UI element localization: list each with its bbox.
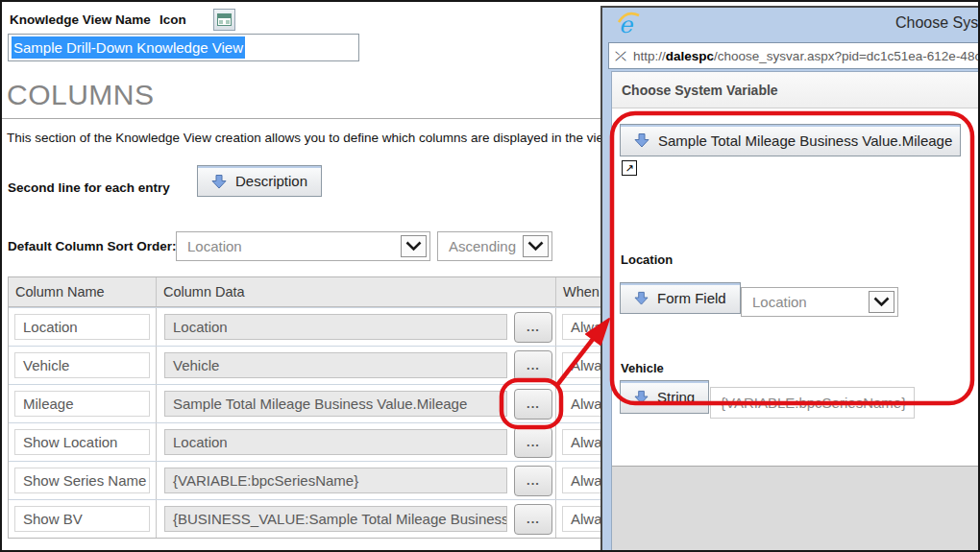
sort-column-select[interactable]: Location — [176, 231, 430, 261]
section-label-vehicle: Vehicle — [621, 361, 664, 375]
blue-down-arrow-icon — [634, 291, 649, 305]
ellipsis-button[interactable]: ... — [514, 427, 552, 458]
ellipsis-button[interactable]: ... — [514, 504, 552, 535]
sort-direction-select[interactable]: Ascending — [437, 231, 552, 261]
column-data-value: Location — [164, 314, 507, 340]
column-name-input[interactable]: Vehicle — [14, 352, 150, 378]
string-button-label: String — [657, 389, 695, 405]
column-data-value: Vehicle — [164, 352, 507, 378]
column-data-header: Column Data — [157, 277, 556, 306]
page-icon: ⤫ — [609, 48, 633, 63]
section-label-location: Location — [621, 252, 673, 267]
knowledge-view-name-label: Knowledge View Name — [10, 12, 151, 27]
location-field-select[interactable]: Location — [741, 287, 898, 317]
open-in-new-icon[interactable]: ↗ — [622, 160, 637, 176]
chevron-down-icon — [401, 235, 427, 257]
chevron-down-icon — [869, 291, 894, 313]
system-variable-button-label: Sample Total Mileage Business Value.Mile… — [658, 132, 952, 149]
dialog-header: Choose System Variable — [612, 72, 980, 108]
screenshot-frame: Knowledge View Name Icon Sample Drill-Do… — [0, 0, 980, 552]
window-body: Choose System Variable Sample Total Mile… — [602, 71, 980, 550]
ellipsis-button[interactable]: ... — [514, 312, 552, 343]
column-name-input[interactable]: Show Location — [14, 429, 150, 455]
selected-text: Sample Drill-Down Knowledge View — [12, 36, 245, 59]
column-data-value: Sample Total Mileage Business Value.Mile… — [164, 391, 507, 417]
address-bar-row: ⤫ http://dalespc/choose_sysvar.aspx?pid=… — [602, 40, 980, 71]
window-titlebar[interactable]: e Choose System Variable — [602, 8, 980, 40]
sort-order-label: Default Column Sort Order: — [8, 239, 177, 253]
column-name-input[interactable]: Location — [14, 314, 150, 340]
ellipsis-button[interactable]: ... — [514, 350, 552, 381]
table-layout-icon — [217, 13, 232, 26]
blue-down-arrow-icon — [211, 174, 227, 189]
column-data-value: Location — [164, 429, 507, 455]
ellipsis-button-highlighted[interactable]: ... — [514, 389, 552, 420]
chevron-down-icon — [523, 235, 549, 257]
column-data-value: {BUSINESS_VALUE:Sample Total Mileage Bus… — [164, 506, 507, 532]
columns-description: This section of the Knowledge View creat… — [7, 131, 613, 145]
columns-heading: COLUMNS — [7, 79, 155, 111]
url-host: dalespc — [666, 49, 714, 63]
dialog-main: Sample Total Mileage Business Value.Mile… — [612, 108, 980, 466]
form-field-type-button[interactable]: Form Field — [620, 282, 741, 314]
icon-label: Icon — [159, 12, 186, 27]
ie-logo: e — [617, 11, 642, 37]
choose-system-variable-window: e Choose System Variable ⤫ http://dalesp… — [600, 6, 980, 552]
icon-picker-button[interactable] — [213, 9, 235, 31]
vehicle-string-input[interactable]: {VARIABLE:bpcSeriesName} — [710, 387, 915, 419]
column-name-header: Column Name — [9, 277, 157, 306]
description-button-label: Description — [235, 173, 307, 189]
column-name-input[interactable]: Show Series Name — [14, 468, 150, 493]
dialog-footer — [612, 466, 980, 550]
column-name-input[interactable]: Mileage — [14, 391, 150, 417]
description-button[interactable]: Description — [197, 165, 322, 197]
blue-down-arrow-icon — [634, 390, 649, 404]
window-left-border — [602, 71, 612, 550]
form-field-button-label: Form Field — [657, 290, 726, 306]
address-bar[interactable]: ⤫ http://dalespc/choose_sysvar.aspx?pid=… — [608, 42, 980, 69]
system-variable-button[interactable]: Sample Total Mileage Business Value.Mile… — [620, 124, 961, 156]
blue-down-arrow-icon — [634, 132, 649, 148]
column-data-value: {VARIABLE:bpcSeriesName} — [164, 468, 507, 493]
url-prefix: http:// — [633, 49, 666, 63]
string-type-button[interactable]: String — [620, 380, 709, 414]
second-line-label: Second line for each entry — [8, 180, 170, 195]
column-name-input[interactable]: Show BV — [14, 506, 150, 532]
knowledge-view-name-input[interactable]: Sample Drill-Down Knowledge View — [8, 34, 359, 61]
ellipsis-button[interactable]: ... — [514, 466, 552, 496]
dialog-content: Choose System Variable Sample Total Mile… — [612, 71, 980, 550]
url-path: /choose_sysvar.aspx?pid=dc1c51ea-612e-48… — [714, 49, 980, 63]
window-title: Choose System Variable — [895, 14, 980, 32]
